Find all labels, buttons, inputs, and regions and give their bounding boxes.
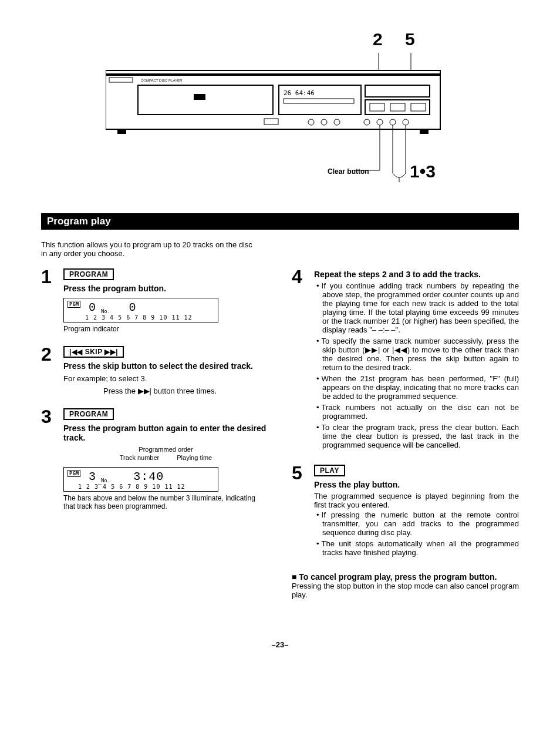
step-2-example-a: For example; to select 3. xyxy=(63,374,268,383)
svg-text:26   64:46: 26 64:46 xyxy=(284,89,315,97)
step-4-bullets: If you continue adding track numbers by … xyxy=(314,281,519,449)
step-5-desc: The programmed sequence is played beginn… xyxy=(314,492,519,509)
clear-button-label: Clear button xyxy=(328,167,369,176)
display-1: PGM 0 No. 0 1 2 3 4 5 6 7 8 9 10 11 12 xyxy=(63,298,218,322)
callout-2: 2 xyxy=(373,29,383,49)
svg-rect-25 xyxy=(420,129,429,134)
section-title: Program play xyxy=(41,213,519,230)
cancel-desc: Pressing the stop button in the stop mod… xyxy=(292,582,519,599)
step-4: 4 Repeat the steps 2 and 3 to add the tr… xyxy=(292,268,519,452)
step-3-number: 3 xyxy=(41,407,63,510)
step-5-number: 5 xyxy=(292,463,314,559)
step-4-bullet-3: Track numbers not actually on the disc c… xyxy=(322,403,519,421)
annot-top: Programmed order xyxy=(63,446,268,453)
display-3-caption: The bars above and below the number 3 il… xyxy=(63,494,268,510)
step-4-bullet-2: When the 21st program has been performed… xyxy=(322,374,519,401)
step-2-number: 2 xyxy=(41,345,63,395)
page-number: –23– xyxy=(41,640,519,649)
svg-rect-7 xyxy=(194,94,205,100)
svg-rect-3 xyxy=(106,73,440,76)
display-3: PGM 3 No. 3:40 1 2 3̅ 4 5 6 7 8 9 10 11 … xyxy=(63,467,218,492)
cancel-title: To cancel program play, press the progra… xyxy=(292,572,519,582)
step-4-number: 4 xyxy=(292,267,314,452)
svg-text:COMPACT DISC PLAYER: COMPACT DISC PLAYER xyxy=(141,79,183,82)
step-1-title: Press the program button. xyxy=(63,284,268,293)
cancel-block: To cancel program play, press the progra… xyxy=(292,572,519,599)
program-button-label-1: PROGRAM xyxy=(63,268,114,280)
step-5: 5 PLAY Press the play button. The progra… xyxy=(292,465,519,559)
right-column: 4 Repeat the steps 2 and 3 to add the tr… xyxy=(292,268,519,599)
cd-player-svg: COMPACT DISC PLAYER 26 64:46 xyxy=(106,35,458,188)
device-illustration: 2 5 COMPACT DISC PLAYER 26 64:46 xyxy=(106,35,519,190)
step-4-bullet-1: To specify the same track number success… xyxy=(322,337,519,372)
callout-1-3: 1•3 xyxy=(410,162,436,182)
step-1: 1 PROGRAM Press the program button. PGM … xyxy=(41,268,268,333)
program-button-label-2: PROGRAM xyxy=(63,408,114,420)
intro-text: This function allows you to program up t… xyxy=(41,240,258,258)
skip-button-label: |◀◀ SKIP ▶▶| xyxy=(63,346,124,358)
annot-right: Playing time xyxy=(177,454,212,461)
step-2-title: Press the skip button to select the desi… xyxy=(63,361,268,371)
step-1-number: 1 xyxy=(41,267,63,333)
step-5-title: Press the play button. xyxy=(314,480,519,489)
step-2: 2 |◀◀ SKIP ▶▶| Press the skip button to … xyxy=(41,346,268,395)
display-1-caption: Program indicator xyxy=(63,325,268,333)
step-5-bullets: If pressing the numeric button at the re… xyxy=(314,510,519,557)
step-3: 3 PROGRAM Press the program button again… xyxy=(41,408,268,510)
step-4-title: Repeat the steps 2 and 3 to add the trac… xyxy=(314,270,519,279)
left-column: 1 PROGRAM Press the program button. PGM … xyxy=(41,268,268,599)
svg-rect-24 xyxy=(117,129,126,134)
annot-left: Track number xyxy=(120,454,159,461)
callout-5: 5 xyxy=(405,29,415,49)
step-4-bullet-4: To clear the program track, press the cl… xyxy=(322,423,519,449)
step-2-example-b: Press the ▶▶| button three times. xyxy=(103,387,268,395)
step-5-bullet-0: If pressing the numeric button at the re… xyxy=(322,510,519,537)
step-5-bullet-1: The unit stops automatically when all th… xyxy=(322,539,519,557)
play-button-label: PLAY xyxy=(314,465,345,476)
step-4-bullet-0: If you continue adding track numbers by … xyxy=(322,281,519,334)
step-3-title: Press the program button again to enter … xyxy=(63,424,268,442)
